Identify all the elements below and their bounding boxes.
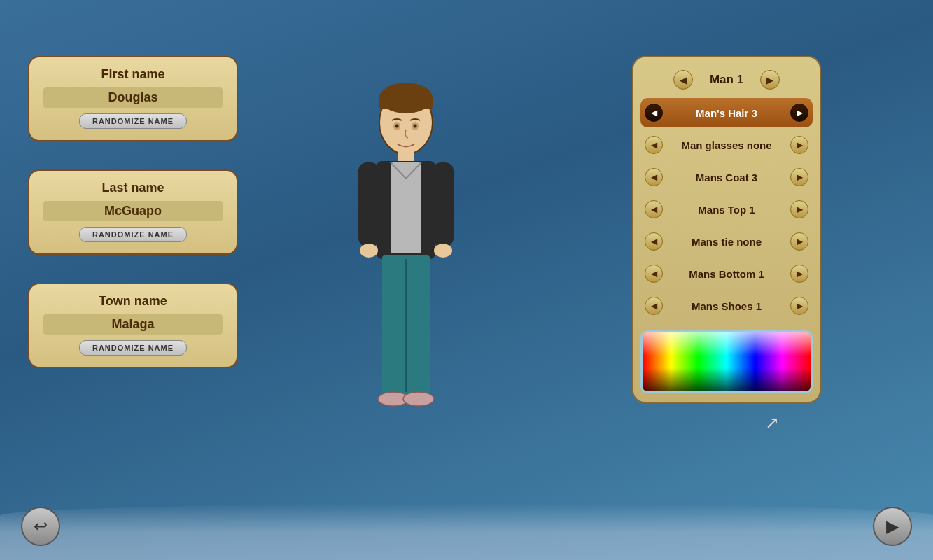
svg-rect-5 (391, 162, 421, 253)
glasses-label: Man glasses none (663, 139, 790, 151)
back-button[interactable]: ↩ (21, 507, 60, 546)
top-prev-button[interactable]: ◀ (645, 200, 663, 218)
bottom-prev-button[interactable]: ◀ (645, 265, 663, 283)
option-row-top: ◀ Mans Top 1 ▶ (640, 195, 813, 224)
last-name-value: McGuapo (43, 201, 223, 221)
glasses-next-button[interactable]: ▶ (790, 136, 808, 154)
town-name-title: Town name (99, 294, 167, 309)
shoes-prev-button[interactable]: ◀ (645, 297, 663, 315)
randomize-last-name-button[interactable]: RANDOMIZE NAME (79, 227, 187, 242)
right-panel: ◀ Man 1 ▶ ◀ Man's Hair 3 ▶ ◀ Man glasses… (632, 56, 821, 403)
left-panels: First name Douglas RANDOMIZE NAME Last n… (28, 56, 238, 368)
coat-next-button[interactable]: ▶ (790, 168, 808, 186)
shoes-label: Mans Shoes 1 (663, 300, 790, 312)
coat-prev-button[interactable]: ◀ (645, 168, 663, 186)
hair-label: Man's Hair 3 (663, 107, 790, 119)
option-row-tie: ◀ Mans tie none ▶ (640, 227, 813, 256)
play-button[interactable]: ▶ (873, 507, 912, 546)
character-next-button[interactable]: ▶ (760, 70, 780, 90)
last-name-panel: Last name McGuapo RANDOMIZE NAME (28, 169, 238, 255)
hair-prev-button[interactable]: ◀ (645, 104, 663, 122)
character-figure (315, 77, 497, 483)
back-icon: ↩ (34, 517, 48, 536)
character-area (266, 42, 546, 518)
randomize-first-name-button[interactable]: RANDOMIZE NAME (79, 113, 187, 129)
option-row-hair: ◀ Man's Hair 3 ▶ (640, 98, 813, 127)
town-name-value: Malaga (43, 314, 223, 335)
svg-rect-13 (405, 259, 407, 392)
top-label: Mans Top 1 (663, 204, 790, 216)
top-next-button[interactable]: ▶ (790, 200, 808, 218)
hair-next-button[interactable]: ▶ (790, 104, 808, 122)
option-row-bottom: ◀ Mans Bottom 1 ▶ (640, 259, 813, 288)
first-name-value: Douglas (43, 88, 223, 108)
svg-rect-11 (382, 255, 405, 396)
cursor-indicator: ↗ (765, 413, 779, 433)
bottom-label: Mans Bottom 1 (663, 268, 790, 280)
tie-prev-button[interactable]: ◀ (645, 232, 663, 251)
color-canvas[interactable] (643, 332, 811, 391)
glasses-prev-button[interactable]: ◀ (645, 136, 663, 154)
character-type-row: ◀ Man 1 ▶ (640, 66, 813, 97)
svg-point-19 (414, 125, 417, 128)
svg-point-15 (403, 392, 434, 406)
option-row-shoes: ◀ Mans Shoes 1 ▶ (640, 291, 813, 321)
svg-rect-2 (379, 97, 433, 109)
shoes-next-button[interactable]: ▶ (790, 297, 808, 315)
last-name-title: Last name (101, 181, 164, 195)
first-name-panel: First name Douglas RANDOMIZE NAME (28, 56, 238, 141)
coat-label: Mans Coat 3 (663, 172, 790, 183)
bottom-wave (0, 504, 933, 560)
randomize-town-name-button[interactable]: RANDOMIZE NAME (79, 340, 187, 356)
color-picker[interactable] (640, 330, 813, 393)
tie-next-button[interactable]: ▶ (790, 232, 808, 251)
svg-rect-7 (433, 162, 454, 246)
bottom-next-button[interactable]: ▶ (790, 265, 808, 283)
first-name-title: First name (101, 67, 164, 82)
character-type-label: Man 1 (699, 73, 755, 87)
town-name-panel: Town name Malaga RANDOMIZE NAME (28, 283, 238, 368)
svg-rect-6 (358, 162, 379, 246)
svg-rect-12 (407, 255, 430, 396)
character-prev-button[interactable]: ◀ (673, 70, 693, 90)
option-row-glasses: ◀ Man glasses none ▶ (640, 130, 813, 160)
play-icon: ▶ (886, 517, 899, 536)
option-row-coat: ◀ Mans Coat 3 ▶ (640, 162, 813, 192)
svg-point-8 (360, 244, 378, 258)
svg-point-9 (434, 244, 452, 258)
svg-point-18 (395, 125, 399, 128)
tie-label: Mans tie none (663, 236, 790, 248)
